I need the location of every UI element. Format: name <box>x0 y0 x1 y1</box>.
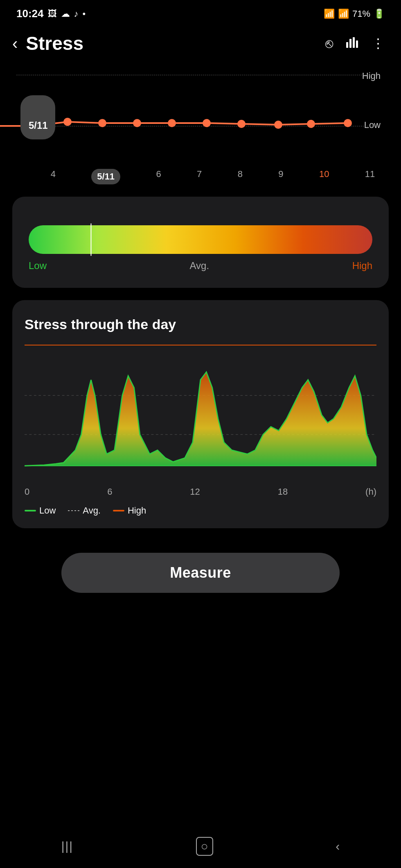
date-label-10[interactable]: 10 <box>319 169 329 184</box>
date-labels-row: 4 5/11 6 7 8 9 10 11 <box>0 169 401 184</box>
stress-marker <box>90 223 92 256</box>
measure-button-wrap: Measure <box>0 541 401 609</box>
x-label-18: 18 <box>278 487 288 497</box>
svg-point-7 <box>133 119 141 127</box>
high-ref-line <box>25 345 376 345</box>
svg-point-13 <box>344 119 352 127</box>
header-right: ⎋ ⋮ <box>325 35 385 52</box>
selected-date-label: 5/11 <box>29 120 48 131</box>
svg-point-10 <box>237 120 246 128</box>
status-bar: 10:24 🖼 ☁ ♪ • 📶 📶 71% 🔋 <box>0 0 401 24</box>
label-low: Low <box>29 260 47 271</box>
svg-point-8 <box>168 119 176 127</box>
more-button[interactable]: ⋮ <box>372 36 385 51</box>
legend-low-label: Low <box>39 505 56 516</box>
legend-high-label: High <box>128 505 146 516</box>
photo-icon: 🖼 <box>48 9 57 19</box>
chart-button[interactable] <box>345 35 359 52</box>
date-label-7[interactable]: 7 <box>197 169 202 184</box>
selected-date-bubble[interactable]: 5/11 <box>20 95 55 139</box>
date-label-11[interactable]: 11 <box>365 169 375 184</box>
bottom-nav: ||| ○ ‹ <box>0 829 401 868</box>
header-left: ‹ Stress <box>12 32 83 54</box>
battery-icon: 🔋 <box>374 9 385 19</box>
status-time: 10:24 <box>16 7 44 20</box>
legend-low-line <box>25 510 36 511</box>
x-label-6: 6 <box>107 487 112 497</box>
svg-point-9 <box>203 119 211 127</box>
stress-day-card: Stress through the day <box>12 300 389 528</box>
wifi-icon: 📶 <box>324 9 335 19</box>
label-high: High <box>352 260 372 271</box>
day-chart-area <box>25 350 376 480</box>
stress-day-title: Stress through the day <box>25 316 376 332</box>
legend-avg: Avg. <box>68 505 101 516</box>
legend-avg-line <box>68 510 79 511</box>
nav-home-icon[interactable]: ○ <box>196 837 213 856</box>
dot-icon: • <box>83 9 86 19</box>
status-left: 10:24 🖼 ☁ ♪ • <box>16 7 86 20</box>
legend-low: Low <box>25 505 56 516</box>
date-label-9[interactable]: 9 <box>278 169 283 184</box>
line-chart-svg <box>0 63 368 144</box>
label-avg: Avg. <box>190 260 210 271</box>
date-label-8[interactable]: 8 <box>238 169 243 184</box>
x-label-0: 0 <box>25 487 29 497</box>
gradient-bar-labels: Low Avg. High <box>29 260 372 271</box>
x-label-12: 12 <box>190 487 200 497</box>
day-x-labels: 0 6 12 18 (h) <box>25 484 376 497</box>
cloud-icon: ☁ <box>61 9 70 19</box>
svg-rect-3 <box>356 40 358 48</box>
svg-rect-1 <box>349 39 351 48</box>
svg-point-6 <box>98 119 106 127</box>
day-chart-svg <box>25 350 376 480</box>
share-button[interactable]: ⎋ <box>325 36 333 51</box>
line-chart-section: High Low 5/11 <box>0 63 401 161</box>
gradient-bar <box>29 225 372 254</box>
svg-point-5 <box>63 118 72 126</box>
svg-point-12 <box>307 120 315 128</box>
header: ‹ Stress ⎋ ⋮ <box>0 24 401 63</box>
date-label-4[interactable]: 4 <box>51 169 56 184</box>
nav-back-icon[interactable]: ‹ <box>336 839 340 853</box>
back-button[interactable]: ‹ <box>12 34 18 53</box>
nav-recents-icon[interactable]: ||| <box>61 839 73 853</box>
legend: Low Avg. High <box>25 505 376 516</box>
x-label-h: (h) <box>365 487 376 497</box>
svg-point-11 <box>274 121 282 129</box>
signal-icon: 📶 <box>338 9 349 19</box>
svg-rect-0 <box>346 42 348 48</box>
measure-button[interactable]: Measure <box>61 553 340 593</box>
date-label-6[interactable]: 6 <box>156 169 161 184</box>
date-label-511[interactable]: 5/11 <box>91 169 120 184</box>
legend-avg-label: Avg. <box>83 505 101 516</box>
person-icon: ♪ <box>74 9 79 19</box>
stress-level-card: Low Avg. High <box>12 197 389 288</box>
page-title: Stress <box>26 32 83 54</box>
gradient-bar-wrapper <box>29 225 372 254</box>
legend-high: High <box>113 505 146 516</box>
battery-label: 71% <box>352 9 370 19</box>
svg-rect-2 <box>353 37 355 48</box>
legend-high-line <box>113 510 124 511</box>
status-right: 📶 📶 71% 🔋 <box>324 9 385 19</box>
